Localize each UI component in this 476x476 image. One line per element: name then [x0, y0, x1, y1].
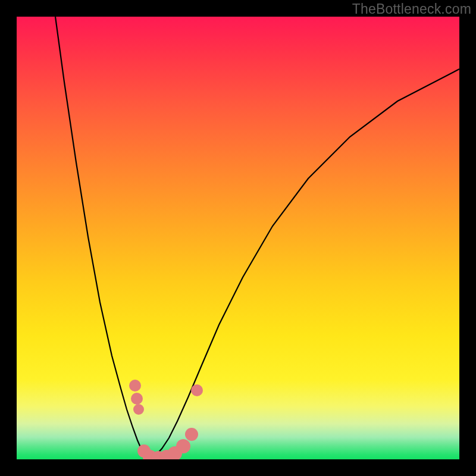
- plot-area: [17, 17, 459, 459]
- curve-path: [55, 17, 459, 457]
- bottleneck-curve: [17, 17, 459, 459]
- curve-marker: [185, 428, 198, 441]
- watermark-text: TheBottleneck.com: [352, 1, 471, 17]
- marker-group: [129, 380, 203, 459]
- chart-frame: TheBottleneck.com: [0, 0, 476, 476]
- curve-marker: [133, 404, 144, 415]
- curve-marker: [129, 380, 141, 392]
- curve-marker: [176, 439, 190, 453]
- curve-marker: [191, 384, 203, 396]
- curve-marker: [131, 393, 143, 405]
